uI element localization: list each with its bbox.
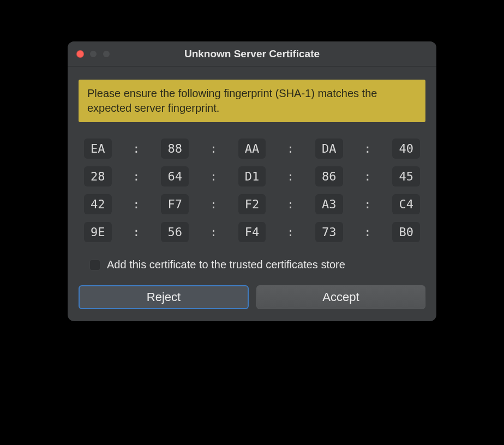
- fp-separator: :: [210, 170, 217, 183]
- fp-separator: :: [133, 170, 140, 183]
- fp-byte: F4: [238, 222, 266, 242]
- fp-byte: D1: [238, 166, 266, 187]
- trust-checkbox[interactable]: [89, 260, 100, 270]
- traffic-lights: [76, 50, 110, 58]
- minimize-icon[interactable]: [89, 50, 97, 58]
- fp-byte: B0: [392, 222, 420, 242]
- fp-byte: 42: [84, 194, 112, 214]
- fingerprint-grid: EA : 88 : AA : DA : 40 28 : 64 : D1 : 86…: [79, 139, 425, 242]
- fp-separator: :: [133, 197, 140, 211]
- fp-byte: DA: [315, 139, 343, 159]
- fp-byte: 64: [161, 166, 189, 187]
- fp-byte: 86: [315, 166, 343, 187]
- fp-separator: :: [287, 225, 294, 239]
- trust-checkbox-label: Add this certificate to the trusted cert…: [107, 258, 345, 271]
- warning-notice: Please ensure the following fingerprint …: [79, 80, 425, 122]
- fp-separator: :: [133, 142, 140, 155]
- dialog-content: Please ensure the following fingerprint …: [68, 67, 436, 321]
- fp-byte: 73: [315, 222, 343, 242]
- fp-byte: 9E: [84, 222, 112, 242]
- fp-separator: :: [133, 225, 140, 239]
- fp-byte: 45: [392, 166, 420, 187]
- window-title: Unknown Server Certificate: [68, 48, 436, 60]
- titlebar: Unknown Server Certificate: [68, 41, 436, 67]
- fp-separator: :: [210, 197, 217, 211]
- fp-byte: AA: [238, 139, 266, 159]
- accept-button-label: Accept: [322, 290, 359, 304]
- fp-separator: :: [287, 142, 294, 155]
- fp-byte: 56: [161, 222, 189, 242]
- fp-separator: :: [287, 170, 294, 183]
- button-row: Reject Accept: [79, 285, 425, 309]
- accept-button[interactable]: Accept: [256, 285, 425, 309]
- fp-separator: :: [210, 225, 217, 239]
- trust-checkbox-row: Add this certificate to the trusted cert…: [79, 258, 425, 271]
- fp-separator: :: [364, 170, 371, 183]
- fp-byte: A3: [315, 194, 343, 214]
- fp-separator: :: [364, 197, 371, 211]
- fp-byte: EA: [84, 139, 112, 159]
- fp-byte: F2: [238, 194, 266, 214]
- close-icon[interactable]: [76, 50, 84, 58]
- reject-button[interactable]: Reject: [79, 285, 249, 309]
- fp-separator: :: [364, 142, 371, 155]
- fp-separator: :: [287, 197, 294, 211]
- fp-byte: 88: [161, 139, 189, 159]
- dialog-window: Unknown Server Certificate Please ensure…: [68, 41, 436, 321]
- fp-separator: :: [364, 225, 371, 239]
- fp-byte: 40: [392, 139, 420, 159]
- fp-byte: 28: [84, 166, 112, 187]
- fp-separator: :: [210, 142, 217, 155]
- fp-byte: F7: [161, 194, 189, 214]
- reject-button-label: Reject: [147, 290, 181, 304]
- fp-byte: C4: [392, 194, 420, 214]
- maximize-icon[interactable]: [103, 50, 110, 58]
